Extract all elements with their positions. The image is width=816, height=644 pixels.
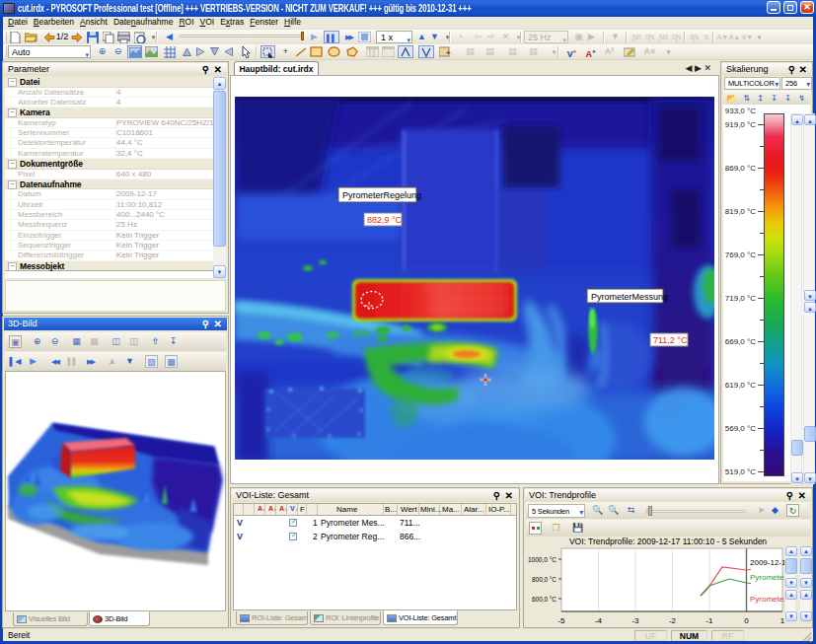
svg-text:-3: -3 (631, 616, 639, 625)
svg-text:711,2 °C: 711,2 °C (653, 335, 688, 345)
svg-text:+: + (446, 48, 451, 57)
svg-text:800,0 °C: 800,0 °C (532, 575, 556, 584)
svg-text:600,0 °C: 600,0 °C (532, 595, 556, 604)
svg-text:-1: -1 (705, 616, 713, 625)
svg-text:-4: -4 (595, 616, 603, 625)
svg-text:0: 0 (744, 616, 749, 625)
svg-text:-5: -5 (557, 616, 565, 625)
svg-text:882,9 °C: 882,9 °C (367, 215, 403, 225)
svg-text:1000,0 °C: 1000,0 °C (528, 555, 556, 564)
svg-text:PyrometerMessung: PyrometerMessung (591, 292, 668, 302)
svg-text:-2: -2 (669, 616, 677, 625)
svg-text:PyrometerRegelung: PyrometerRegelung (342, 190, 421, 200)
